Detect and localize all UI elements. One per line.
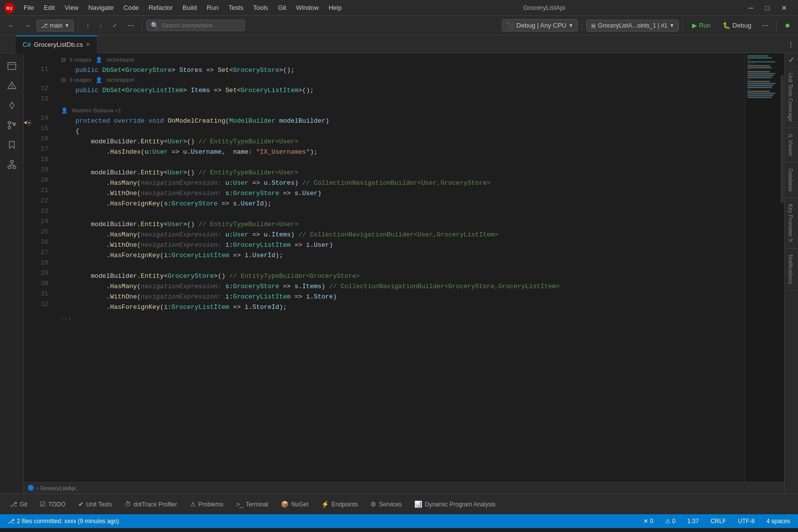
status-position[interactable]: 1:37 xyxy=(685,518,700,525)
bottom-tab-todo[interactable]: ☑ TODO xyxy=(34,497,71,512)
debug-label: Debug xyxy=(732,22,751,29)
sidebar-icon-bookmarks[interactable] xyxy=(3,136,21,154)
sidebar-icon-azure[interactable] xyxy=(3,77,21,95)
menu-refactor[interactable]: Refactor xyxy=(144,2,178,13)
chevron-down-icon: ▼ xyxy=(65,23,69,28)
search-input[interactable] xyxy=(162,22,235,29)
menu-git[interactable]: Git xyxy=(273,2,291,13)
sidebar-icon-explorer[interactable] xyxy=(3,57,21,75)
update-icon: ↑ xyxy=(86,22,90,29)
tab-options-button[interactable]: ⋮ xyxy=(784,38,798,50)
more-actions-button[interactable]: ⋯ xyxy=(124,20,138,31)
code-line-25: . HasMany ( navigationExpression: u : Us… xyxy=(60,230,745,240)
sidebar-icon-commit[interactable] xyxy=(3,97,21,114)
run-label: Run xyxy=(699,22,711,29)
menu-window[interactable]: Window xyxy=(291,2,324,13)
breadcrumb-bar: 🔵 › GroceryListApi xyxy=(24,482,784,494)
menu-navigate[interactable]: Navigate xyxy=(83,2,118,13)
code-line-20: . HasMany ( navigationExpression: u : Us… xyxy=(60,178,745,188)
code-line-30: . HasMany ( navigationExpression: s : Gr… xyxy=(60,281,745,292)
more-icon: ⋯ xyxy=(128,22,134,29)
position-text: 1:37 xyxy=(687,518,698,525)
push-button[interactable]: ↓ xyxy=(95,20,106,31)
debug-config-dropdown[interactable]: ⬛ Debug | Any CPU ▼ xyxy=(502,19,578,32)
back-button[interactable]: ← xyxy=(4,20,18,31)
bottom-tab-dpa-label: Dynamic Program Analysis xyxy=(425,501,495,508)
close-button[interactable]: ✕ xyxy=(778,3,790,13)
bottom-tab-nuget[interactable]: 📦 NuGet xyxy=(275,497,314,512)
status-warnings[interactable]: ⚠ 0 xyxy=(663,518,677,525)
sidebar-icon-structure[interactable] xyxy=(3,156,21,173)
right-panel-check[interactable]: ✓ xyxy=(788,53,795,67)
more-run-options[interactable]: ⋯ xyxy=(758,20,772,31)
right-panel-key-promoter[interactable]: Key Promoter X xyxy=(785,198,798,249)
bottom-tab-dottrace[interactable]: ⏱ dotTrace Profiler xyxy=(119,497,183,512)
status-bar: ⎇ 2 files committed: xxxx (9 minutes ago… xyxy=(0,514,798,528)
branch-name: main xyxy=(50,22,63,29)
bp-line-12 xyxy=(24,76,32,86)
menu-view[interactable]: View xyxy=(60,2,83,13)
menu-tools[interactable]: Tools xyxy=(248,2,273,13)
window-title: GroceryListApi xyxy=(523,4,565,11)
dpa-icon: 📊 xyxy=(414,500,422,508)
line-ending-text: CRLF xyxy=(711,518,726,525)
sidebar-icon-pull-requests[interactable] xyxy=(3,116,21,134)
bottom-tab-services-label: Services xyxy=(379,501,401,508)
search-box[interactable]: 🔍 xyxy=(146,20,245,31)
forward-button[interactable]: → xyxy=(20,20,34,31)
run-config-selector[interactable]: ▣ GroceryListA...oints_1 | #1 ▼ xyxy=(586,20,679,32)
code-line-31: . WithOne ( navigationExpression: i : Gr… xyxy=(60,292,745,302)
search-icon: 🔍 xyxy=(151,22,159,29)
status-encoding[interactable]: UTF-8 xyxy=(736,518,757,525)
branch-selector[interactable]: ⎇ main ▼ xyxy=(36,20,74,32)
annotation-author-14: 👤 Maarten Balliauw +1 xyxy=(60,106,745,115)
bottom-tab-services[interactable]: ⚙ Services xyxy=(365,497,407,512)
bottom-tab-terminal[interactable]: >_ Terminal xyxy=(230,497,274,512)
debug-button[interactable]: 🐛 Debug xyxy=(718,20,756,31)
dottrace-icon: ⏱ xyxy=(125,500,131,508)
commit-button[interactable]: ✓ xyxy=(108,20,122,31)
bottom-tab-dpa[interactable]: 📊 Dynamic Program Analysis xyxy=(408,497,501,512)
svg-point-7 xyxy=(10,103,14,107)
menu-edit[interactable]: Edit xyxy=(39,2,60,13)
menu-file[interactable]: File xyxy=(19,2,39,13)
bottom-tab-unit-tests[interactable]: ✔ Unit Tests xyxy=(72,497,118,512)
bottom-tab-git[interactable]: ⎇ Git xyxy=(4,497,33,512)
bottom-panel: ⎇ Git ☑ TODO ✔ Unit Tests ⏱ dotTrace Pro… xyxy=(0,494,798,514)
bp-line-13 xyxy=(24,97,32,107)
back-icon: ← xyxy=(8,22,14,29)
menu-code[interactable]: Code xyxy=(119,2,144,13)
code-line-24: modelBuilder. Entity < User >() // Entit… xyxy=(60,219,745,230)
terminal-icon: >_ xyxy=(236,500,243,508)
project-label[interactable]: GroceryListApi xyxy=(40,485,76,491)
profile-button[interactable]: ● xyxy=(781,18,794,33)
run-button[interactable]: ▶ Run xyxy=(687,20,716,31)
menu-build[interactable]: Build xyxy=(178,2,202,13)
toolbar-separator-4 xyxy=(683,20,683,32)
editor-tab-grocerylistdb[interactable]: C# GroceryListDb.cs ✕ xyxy=(16,35,98,53)
branch-icon: ⎇ xyxy=(41,22,48,29)
minimize-button[interactable]: ─ xyxy=(746,3,757,13)
status-git-info[interactable]: ⎇ 2 files committed: xxxx (9 minutes ago… xyxy=(6,518,121,525)
status-indent[interactable]: 4 spaces xyxy=(765,518,792,525)
menu-run[interactable]: Run xyxy=(202,2,224,13)
minimap-content xyxy=(745,53,784,100)
right-panel-il-viewer[interactable]: IL Viewer xyxy=(785,128,798,163)
menu-tests[interactable]: Tests xyxy=(224,2,248,13)
code-content[interactable]: ⊡ 9 usages 👤 rachelappel public DbSet < … xyxy=(56,53,745,482)
status-errors[interactable]: ✕ 0 xyxy=(641,518,655,525)
bottom-tab-problems[interactable]: ⚠ Problems xyxy=(184,497,230,512)
bottom-tab-endpoints[interactable]: ⚡ Endpoints xyxy=(315,497,364,512)
status-line-ending[interactable]: CRLF xyxy=(709,518,728,525)
svg-point-11 xyxy=(8,127,10,129)
maximize-button[interactable]: □ xyxy=(763,3,772,13)
code-line-29: modelBuilder. Entity < GroceryStore >() … xyxy=(60,271,745,281)
menu-help[interactable]: Help xyxy=(324,2,347,13)
right-panel-notifications[interactable]: Notifications xyxy=(785,249,798,291)
right-panel-unit-tests-coverage[interactable]: Unit Tests Coverage xyxy=(785,67,798,128)
right-panel-database[interactable]: Database xyxy=(785,163,798,198)
toolbar-separator-1 xyxy=(78,20,78,32)
project-breadcrumb[interactable]: 🔵 xyxy=(28,485,34,491)
tab-close-button[interactable]: ✕ xyxy=(86,41,90,48)
update-button[interactable]: ↑ xyxy=(82,20,94,31)
